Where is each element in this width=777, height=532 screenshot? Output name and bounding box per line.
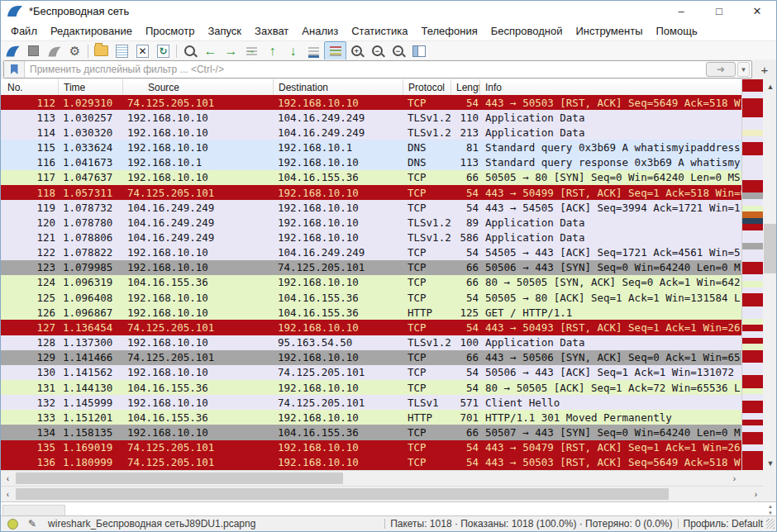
resize-columns-button[interactable] xyxy=(408,42,429,59)
close-button[interactable]: ✕ xyxy=(738,1,776,21)
resize-columns-icon xyxy=(412,45,426,57)
menu-item-5[interactable]: Захват xyxy=(248,22,295,40)
start-capture-button[interactable] xyxy=(2,42,23,59)
filter-bookmark-button[interactable] xyxy=(4,61,25,78)
minimap-stripe xyxy=(742,451,764,458)
packet-row[interactable]: 1221.078822192.168.10.10104.16.249.249TC… xyxy=(1,245,741,260)
packet-row[interactable]: 1131.030257192.168.10.10104.16.249.249TL… xyxy=(1,110,741,125)
scroll-left-icon[interactable]: ‹ xyxy=(1,471,15,487)
pane-scroll-arrows[interactable]: ▲▼ xyxy=(768,503,773,516)
packet-row[interactable]: 1151.033624192.168.10.10192.168.10.1DNS8… xyxy=(1,140,741,154)
packet-row[interactable]: 1351.16901974.125.205.101192.168.10.10TC… xyxy=(1,440,741,455)
packet-row[interactable]: 1281.137300192.168.10.1095.163.54.50TLSv… xyxy=(1,335,741,350)
packet-row[interactable]: 1121.02931074.125.205.101192.168.10.10TC… xyxy=(1,95,741,110)
capture-comment-icon[interactable]: ✎ xyxy=(28,518,36,530)
minimize-button[interactable]: – xyxy=(662,1,700,21)
packet-row[interactable]: 1321.145999192.168.10.1074.125.205.101TL… xyxy=(1,395,741,410)
zoom-out-button[interactable]: − xyxy=(367,42,388,59)
packet-minimap[interactable] xyxy=(741,79,764,470)
secondary-hscrollbar[interactable]: ‹ › xyxy=(1,486,763,502)
packet-counts: Пакеты: 1018 · Показаны: 1018 (100.0%) ·… xyxy=(390,518,672,530)
packet-row[interactable]: 1261.096867192.168.10.10104.16.155.36HTT… xyxy=(1,305,741,320)
zoom-reset-button[interactable]: − xyxy=(388,42,408,59)
menu-item-4[interactable]: Запуск xyxy=(201,22,248,40)
vertical-scrollbar[interactable]: ▲ ▼ xyxy=(763,79,777,470)
minimap-stripe xyxy=(742,458,764,464)
menu-item-1[interactable]: Файл xyxy=(4,22,44,40)
go-back-button[interactable]: ← xyxy=(200,42,221,59)
find-packet-button[interactable] xyxy=(179,42,200,59)
save-file-button[interactable] xyxy=(112,42,132,59)
maximize-button[interactable]: □ xyxy=(700,1,738,21)
packet-row[interactable]: 1141.030320192.168.10.10104.16.249.249TL… xyxy=(1,125,741,140)
packet-row[interactable]: 1361.18099974.125.205.101192.168.10.10TC… xyxy=(1,455,741,470)
cell-proto: HTTP xyxy=(403,411,451,424)
scroll-right-icon[interactable]: › xyxy=(727,471,741,487)
column-header-source[interactable]: Source xyxy=(123,79,274,95)
filter-dropdown-button[interactable]: ▼ xyxy=(737,62,750,77)
cell-dst: 104.16.155.36 xyxy=(274,292,403,304)
go-first-packet-button[interactable]: ↑ xyxy=(262,42,283,59)
column-header-no[interactable]: No. xyxy=(1,79,59,95)
packet-row[interactable]: 1291.14146674.125.205.101192.168.10.10TC… xyxy=(1,350,741,365)
menu-item-8[interactable]: Телефония xyxy=(414,22,484,40)
packet-row[interactable]: 1241.096319104.16.155.36192.168.10.10TCP… xyxy=(1,275,741,290)
cell-no: 136 xyxy=(1,456,59,468)
zoom-in-button[interactable]: + xyxy=(346,42,367,59)
colorize-packets-button[interactable] xyxy=(324,41,346,60)
column-header-info[interactable]: Info xyxy=(480,79,741,95)
profile-label[interactable]: Профиль: Default xyxy=(684,518,764,530)
menu-item-7[interactable]: Статистика xyxy=(345,22,414,40)
apply-filter-button[interactable]: ➜ xyxy=(706,62,736,77)
auto-scroll-button[interactable] xyxy=(303,42,324,59)
packet-row[interactable]: 1181.05731174.125.205.101192.168.10.10TC… xyxy=(1,185,741,200)
vertical-scroll-thumb[interactable] xyxy=(764,224,777,273)
stop-capture-button[interactable] xyxy=(23,42,44,59)
packet-row[interactable]: 1201.078780104.16.249.249192.168.10.10TL… xyxy=(1,215,741,230)
reload-file-button[interactable]: ↻ xyxy=(153,42,174,59)
column-header-destination[interactable]: Destination xyxy=(274,79,403,95)
menu-item-9[interactable]: Беспроводной xyxy=(484,22,570,40)
packet-row[interactable]: 1211.078806104.16.249.249192.168.10.10TL… xyxy=(1,230,741,245)
packet-row[interactable]: 1341.158135192.168.10.10104.16.155.36TCP… xyxy=(1,425,741,439)
menu-item-11[interactable]: Помощь xyxy=(650,22,704,40)
scroll-down-icon[interactable]: ▼ xyxy=(763,456,777,470)
menu-item-6[interactable]: Анализ xyxy=(295,22,345,40)
packet-row[interactable]: 1191.078732104.16.249.249192.168.10.10TC… xyxy=(1,200,741,215)
packet-row[interactable]: 1311.144130104.16.155.36192.168.10.10TCP… xyxy=(1,380,741,395)
menu-item-2[interactable]: Редактирование xyxy=(44,22,139,40)
hscroll-thumb[interactable] xyxy=(16,473,343,484)
scroll-right-icon[interactable]: › xyxy=(749,487,763,502)
column-header-time[interactable]: Time xyxy=(59,79,123,95)
go-to-packet-button[interactable] xyxy=(241,42,262,59)
go-forward-button[interactable]: → xyxy=(221,42,241,59)
packet-row[interactable]: 1301.141562192.168.10.1074.125.205.101TC… xyxy=(1,365,741,380)
open-file-button[interactable] xyxy=(91,42,112,59)
arrow-right-icon: → xyxy=(225,45,238,58)
packet-row[interactable]: 1251.096408192.168.10.10104.16.155.36TCP… xyxy=(1,290,741,305)
hscroll-thumb[interactable] xyxy=(16,488,669,500)
column-header-length[interactable]: Length xyxy=(451,79,480,95)
menu-item-10[interactable]: Инструменты xyxy=(569,22,649,40)
scroll-left-icon[interactable]: ‹ xyxy=(1,487,15,502)
expert-info-icon[interactable] xyxy=(7,519,18,530)
capture-options-button[interactable]: ⚙ xyxy=(64,42,85,59)
packet-list-header: No.TimeSourceDestinationProtocolLengthIn… xyxy=(1,79,741,96)
packet-row[interactable]: 1231.079985192.168.10.1074.125.205.101TC… xyxy=(1,260,741,275)
column-header-protocol[interactable]: Protocol xyxy=(403,79,451,95)
resize-grip[interactable] xyxy=(766,519,775,529)
close-file-button[interactable]: ✕ xyxy=(132,42,153,59)
packet-row[interactable]: 1271.13645474.125.205.101192.168.10.10TC… xyxy=(1,320,741,335)
display-filter-input[interactable] xyxy=(25,64,706,75)
packet-row[interactable]: 1171.047637192.168.10.10104.16.155.36TCP… xyxy=(1,170,741,185)
menu-item-3[interactable]: Просмотр xyxy=(139,22,201,40)
cell-info: 443 → 50493 [RST, ACK] Seq=1 Ack=1 Win=2… xyxy=(480,321,741,334)
go-last-packet-button[interactable]: ↓ xyxy=(283,42,303,59)
packet-list-hscrollbar[interactable]: ‹ › xyxy=(1,470,741,487)
scroll-up-icon[interactable]: ▲ xyxy=(763,79,777,93)
tiny-up-icon[interactable]: ▲ xyxy=(768,503,773,510)
packet-row[interactable]: 1161.041673192.168.10.1192.168.10.10DNS1… xyxy=(1,155,741,170)
packet-row[interactable]: 1331.151201104.16.155.36192.168.10.10HTT… xyxy=(1,410,741,425)
add-filter-button[interactable]: + xyxy=(756,61,774,78)
restart-capture-button[interactable] xyxy=(44,42,64,59)
